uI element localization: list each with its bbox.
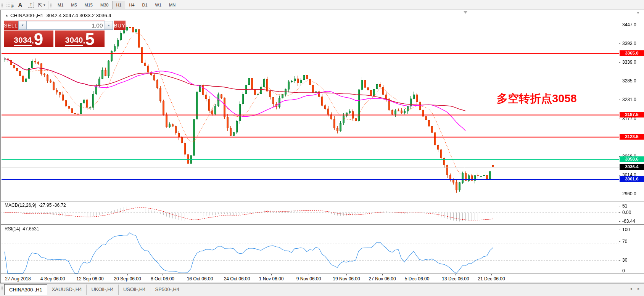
chevron-down-icon: ▾ (43, 3, 45, 7)
time-tick-mark (127, 274, 128, 275)
time-tick-mark (346, 274, 347, 275)
time-label: 19 Nov 06:00 (333, 276, 360, 282)
pane-divider[interactable] (1, 201, 644, 202)
timeframe-h4[interactable]: H4 (125, 1, 138, 9)
timeframe-m30[interactable]: M30 (97, 1, 112, 9)
label-tool-icon: T (28, 2, 34, 8)
one-click-trading-panel: SELL ▼ ▲ BUY 3034.9 3040.5 (4, 21, 105, 47)
trading-platform-window: F A T ⇱ ▾ M1M5M15M30H1H4D1W1MN ▲CHINA300… (0, 0, 644, 296)
time-label: 27 Nov 06:00 (369, 276, 396, 282)
ask-price[interactable]: 3040.5 (55, 31, 105, 47)
bid-int: 3034 (14, 36, 32, 46)
tick-mark (619, 271, 620, 271)
timeframe-h1[interactable]: H1 (112, 1, 125, 9)
tick-mark (619, 100, 620, 100)
time-label: 21 Dec 06:00 (478, 276, 505, 282)
collapse-arrow-icon: ▲ (5, 14, 8, 17)
time-axis[interactable]: 27 Aug 20184 Sep 06:0012 Sep 06:0020 Sep… (1, 274, 644, 283)
macd-pane-canvas[interactable] (2, 202, 619, 224)
time-label: 24 Oct 06:00 (224, 276, 250, 282)
macd-axis-label: -63.44 (622, 219, 635, 224)
time-label: 9 Nov 06:00 (296, 276, 321, 282)
toolbar-drag-handle[interactable] (1, 2, 3, 8)
ohlc-values: 3042.4 3047.4 3033.2 3036.4 (47, 13, 111, 18)
time-tick-mark (382, 274, 383, 275)
ask-int: 3040 (65, 36, 83, 46)
tab-scroll-right-button[interactable]: ► (636, 286, 642, 292)
rsi-axis-label: 70 (622, 239, 627, 244)
volume-increase-button[interactable]: ▲ (105, 21, 113, 30)
tick-mark (619, 212, 620, 213)
chart-tab-bar: CHINA300-,H1XAUUSD-,H4UKOil-,H4USOil-,H4… (0, 283, 644, 296)
timeframe-m15[interactable]: M15 (81, 1, 97, 9)
timeframe-mn[interactable]: MN (165, 1, 179, 9)
price-tick-label: 3447.0 (622, 22, 636, 27)
bid-price[interactable]: 3034.9 (4, 31, 53, 47)
tab-xauusd-h4[interactable]: XAUUSD-,H4 (47, 285, 87, 295)
rsi-axis-label: 30 (622, 257, 627, 263)
time-tick-mark (163, 274, 163, 275)
volume-input[interactable] (27, 21, 105, 30)
cursor-tool-button[interactable]: ⇱ ▾ (37, 1, 47, 9)
tick-mark (619, 25, 620, 25)
timeframe-m1[interactable]: M1 (54, 1, 67, 9)
timeframe-w1[interactable]: W1 (151, 1, 166, 9)
macd-axis-label: 0.00 (622, 210, 631, 215)
time-tick-mark (200, 274, 200, 275)
tick-mark (619, 119, 620, 119)
top-toolbar: F A T ⇱ ▾ M1M5M15M30H1H4D1W1MN (0, 0, 644, 10)
time-tick-mark (237, 274, 237, 275)
tab-ukoil-h4[interactable]: UKOil-,H4 (87, 285, 119, 295)
price-tick-label: 3339.0 (622, 60, 636, 65)
chart-shift-marker-icon[interactable] (464, 11, 467, 14)
ask-big-digit: 5 (85, 33, 94, 46)
chart-window: ▲CHINA300-,H13042.4 3047.4 3033.2 3036.4… (0, 10, 644, 283)
volume-stepper: ▼ ▲ (18, 21, 114, 30)
price-tick-label: 2960.0 (622, 191, 636, 196)
time-tick-mark (491, 274, 492, 275)
time-tick-mark (271, 274, 272, 275)
time-label: 20 Sep 06:00 (114, 276, 141, 282)
tick-mark (619, 175, 620, 175)
macd-axis-label: 51 (622, 203, 627, 209)
buy-button[interactable]: BUY (114, 21, 125, 30)
symbol-period-label: CHINA300-,H1 (10, 13, 43, 18)
tab-usoil-h4[interactable]: USOil-,H4 (119, 285, 151, 295)
time-label: 27 Aug 2018 (5, 276, 31, 282)
text-tool-icon: A (18, 2, 23, 8)
timeframe-d1[interactable]: D1 (138, 1, 151, 9)
tick-mark (619, 81, 620, 81)
toolbar-separator (48, 1, 48, 9)
chart-annotation-text: 多空转折点3058 (497, 91, 577, 106)
price-badge: 3036.4 (620, 164, 644, 170)
tab-china300-h1[interactable]: CHINA300-,H1 (4, 284, 47, 295)
label-tool-button[interactable]: T (26, 1, 36, 9)
timeframe-m5[interactable]: M5 (67, 1, 80, 9)
time-tick-mark (53, 274, 53, 275)
time-label: 4 Sep 06:00 (40, 276, 65, 282)
price-tick-label: 3285.0 (622, 78, 636, 84)
bid-big-digit: 9 (34, 33, 43, 46)
rsi-indicator-label: RSI(14)47.6531 (5, 226, 42, 232)
tick-mark (619, 206, 620, 206)
tick-mark (619, 62, 620, 63)
fibonacci-tool-button[interactable]: F (5, 1, 14, 9)
fibonacci-icon: F (6, 2, 13, 8)
price-axis[interactable]: 3447.03393.03339.03285.03231.03177.03068… (619, 10, 644, 283)
tick-mark (619, 43, 620, 44)
volume-decrease-button[interactable]: ▼ (18, 21, 27, 30)
tab-scroll-left-button[interactable]: ◄ (628, 286, 634, 292)
tick-mark (619, 241, 620, 242)
text-tool-button[interactable]: A (15, 1, 25, 9)
rsi-pane-canvas[interactable] (2, 225, 619, 274)
sell-button[interactable]: SELL (4, 21, 18, 30)
tab-sp500-h4[interactable]: SP500-,H4 (150, 285, 184, 295)
price-badge: 3058.6 (620, 156, 644, 162)
time-label: 8 Oct 06:00 (151, 276, 174, 282)
tabs-container: CHINA300-,H1XAUUSD-,H4UKOil-,H4USOil-,H4… (4, 284, 184, 295)
macd-indicator-label: MACD(12,26,9)-27.95 -36.72 (5, 203, 68, 208)
tabbar-drag-handle[interactable] (1, 286, 3, 292)
pane-divider[interactable] (1, 224, 644, 225)
time-label: 1 Nov 06:00 (259, 276, 284, 282)
toolbar-drag-handle[interactable] (50, 2, 52, 8)
